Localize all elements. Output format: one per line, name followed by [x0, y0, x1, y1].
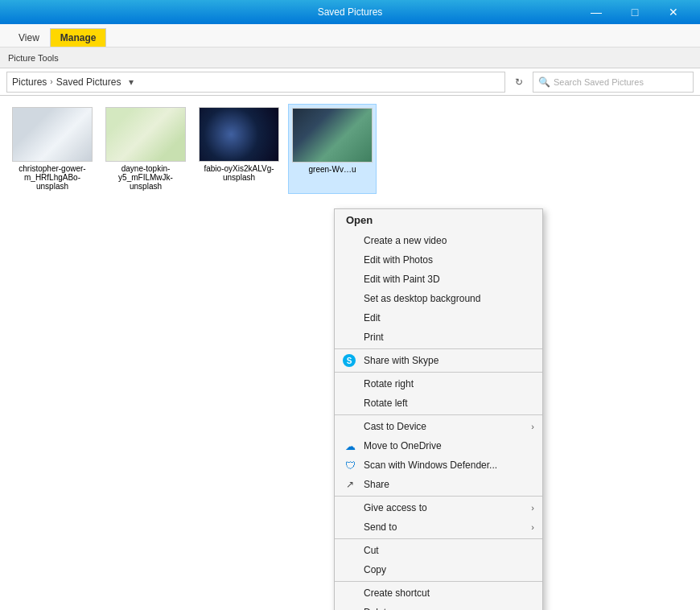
window-title: Saved Pictures [318, 6, 383, 18]
ctx-desktop-bg[interactable]: Set as desktop background [335, 289, 542, 308]
picture-tools-label: Picture Tools [8, 53, 59, 63]
ctx-give-access[interactable]: Give access to › [335, 498, 542, 517]
title-bar: Saved Pictures — □ ✕ [0, 0, 700, 24]
breadcrumb-separator: › [50, 77, 52, 86]
ctx-move-onedrive[interactable]: ☁ Move to OneDrive [335, 436, 542, 455]
ctx-share[interactable]: ↗ Share [335, 475, 542, 494]
thumbnail-image [199, 107, 279, 162]
thumbnail-image [105, 107, 186, 162]
thumbnail-image [292, 108, 373, 163]
search-placeholder: Search Saved Pictures [554, 77, 644, 87]
breadcrumb-part2: Saved Pictures [56, 76, 121, 88]
ctx-print[interactable]: Print [335, 328, 542, 347]
ctx-send-to[interactable]: Send to › [335, 517, 542, 537]
onedrive-icon: ☁ [343, 440, 357, 452]
ctx-rotate-right[interactable]: Rotate right [335, 374, 542, 394]
search-icon: 🔍 [538, 76, 550, 88]
ctx-edit-paint3d[interactable]: Edit with Paint 3D [335, 270, 542, 289]
thumbnail-label: fabio-oyXis2kALVg-unsplash [199, 164, 279, 182]
thumbnail-item[interactable]: fabio-oyXis2kALVg-unsplash [195, 104, 283, 194]
minimize-button[interactable]: — [578, 0, 615, 24]
title-bar-controls: — □ ✕ [578, 0, 692, 24]
tab-manage[interactable]: Manage [50, 28, 107, 47]
ribbon-tools-row: Picture Tools [0, 47, 700, 68]
ctx-rotate-left[interactable]: Rotate left [335, 394, 542, 413]
share-icon: ↗ [343, 479, 357, 490]
breadcrumb-part1: Pictures [12, 76, 47, 88]
ctx-create-shortcut[interactable]: Create shortcut [335, 583, 542, 603]
ctx-share-skype[interactable]: S Share with Skype [335, 351, 542, 370]
thumbnail-label: dayne-topkin-y5_mFILMwJk-unsplash [105, 164, 186, 191]
thumbnail-label: green-Wv…u [309, 165, 356, 174]
thumbnail-item[interactable]: christopher-gower-m_HRfLhgABo-unsplash [8, 104, 97, 194]
breadcrumb[interactable]: Pictures › Saved Pictures ▾ [6, 72, 505, 93]
ctx-arrow-icon: › [531, 422, 534, 431]
ctx-create-video[interactable]: Create a new video [335, 231, 542, 250]
ctx-arrow-icon: › [531, 503, 534, 513]
close-button[interactable]: ✕ [655, 0, 692, 24]
context-menu: Open Create a new video Edit with Photos… [334, 208, 543, 610]
ctx-cast-device[interactable]: Cast to Device › [335, 417, 542, 436]
ribbon: View Manage Picture Tools [0, 24, 700, 68]
skype-icon: S [343, 354, 357, 367]
ctx-scan-defender[interactable]: 🛡 Scan with Windows Defender... [335, 455, 542, 475]
thumbnail-image [12, 107, 93, 162]
breadcrumb-chevron-icon[interactable]: ▾ [124, 72, 138, 93]
file-area: christopher-gower-m_HRfLhgABo-unsplash d… [0, 96, 700, 610]
thumbnail-item-selected[interactable]: green-Wv…u [288, 104, 377, 194]
thumbnail-label: christopher-gower-m_HRfLhgABo-unsplash [12, 164, 93, 191]
ctx-cut[interactable]: Cut [335, 541, 542, 560]
ribbon-tabs: View Manage [0, 24, 700, 47]
thumbnail-item[interactable]: dayne-topkin-y5_mFILMwJk-unsplash [101, 104, 190, 194]
ctx-edit-photos[interactable]: Edit with Photos [335, 250, 542, 270]
maximize-button[interactable]: □ [616, 0, 653, 24]
refresh-button[interactable]: ↻ [509, 72, 529, 93]
ctx-open[interactable]: Open [335, 209, 542, 231]
ctx-edit[interactable]: Edit [335, 308, 542, 328]
main-content: christopher-gower-m_HRfLhgABo-unsplash d… [0, 96, 700, 610]
ctx-copy[interactable]: Copy [335, 560, 542, 579]
ctx-delete[interactable]: Delete [335, 603, 542, 610]
address-bar: Pictures › Saved Pictures ▾ ↻ 🔍 Search S… [0, 68, 700, 96]
defender-icon: 🛡 [343, 460, 357, 472]
ctx-arrow-icon: › [531, 522, 534, 532]
search-box[interactable]: 🔍 Search Saved Pictures [533, 72, 694, 93]
tab-view[interactable]: View [8, 28, 50, 47]
